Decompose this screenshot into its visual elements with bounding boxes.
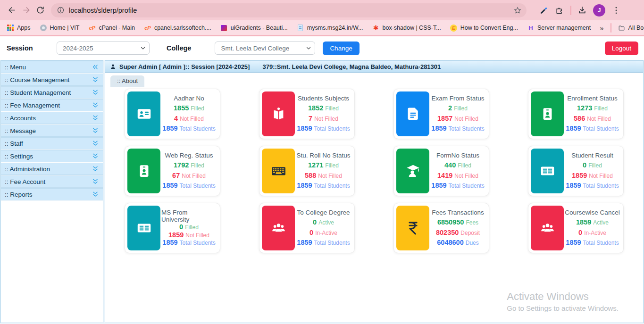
sidebar-item-course-management[interactable]: :: Course Management	[1, 74, 103, 86]
double-chevron-down-icon	[92, 89, 99, 96]
downloads-icon[interactable]	[577, 6, 587, 15]
double-chevron-down-icon	[92, 115, 99, 121]
stat-not-filled: 7Not Filled	[309, 115, 338, 122]
content-panel: Super Admin [ Admin ]:: Session [2024-20…	[105, 60, 644, 323]
bookmark-home-vit[interactable]: Home | VIT	[40, 24, 80, 32]
stat-filled: 1855Filled	[174, 104, 204, 112]
sidebar-item-label: :: Course Management	[5, 76, 69, 83]
collapse-chevrons-icon	[92, 64, 99, 70]
change-button[interactable]: Change	[323, 42, 359, 55]
bookmark-cpanel-main[interactable]: cP cPanel - Main	[88, 24, 134, 32]
stat-total: 1859Total Students	[566, 125, 619, 132]
bookmark-label: Server management	[537, 25, 591, 31]
stat-inactive: 0In-Active	[578, 229, 606, 236]
bookmark-uigradients[interactable]: uiGradients - Beauti...	[220, 24, 288, 32]
double-chevron-down-icon	[92, 140, 99, 147]
bookmark-label: cpanel.sarlssoftech....	[154, 25, 211, 31]
card-title: Exam From Status	[432, 95, 485, 102]
stat-card-students-subjects: Students Subjects 1852Filled 7Not Filled…	[259, 89, 355, 139]
sidebar-item-label: :: Staff	[5, 140, 23, 147]
graduate-icon	[396, 149, 429, 193]
stat-card-exam-from-status: Exam From Status 2Filled 1857Not Filled …	[393, 89, 489, 139]
sidebar-item-label: :: Administration	[5, 166, 50, 173]
card-title: Stu. Roll No Status	[296, 152, 350, 159]
bookmark-how-to-convert[interactable]: E How to Convert Eng...	[450, 24, 518, 32]
back-icon[interactable]	[5, 3, 19, 17]
stat-filled: 0Filled	[179, 223, 199, 231]
sidebar-item-administration[interactable]: :: Administration	[1, 163, 103, 175]
bookmark-apps[interactable]: Apps	[7, 24, 31, 32]
college-label: College	[167, 44, 191, 52]
stat-inactive: 0In-Active	[309, 229, 337, 236]
bookmark-cpanel-sarlssoftech[interactable]: cP cpanel.sarlssoftech....	[144, 24, 211, 32]
bookmarks-divider	[611, 23, 611, 33]
site-info-icon[interactable]	[57, 6, 65, 14]
sidebar-item-student-management[interactable]: :: Student Management	[1, 86, 103, 99]
bookmark-box-shadow[interactable]: ✱ box-shadow | CSS-T...	[372, 24, 441, 32]
stat-total: 1859Total Students	[297, 125, 350, 132]
stat-not-filled: 586Not Filled	[574, 115, 611, 122]
bookmark-label: Apps	[17, 25, 31, 31]
logout-button[interactable]: Logout	[605, 42, 638, 55]
stat-fees: 6850950Fees	[437, 218, 478, 226]
stat-not-filled: 1859Not Filled	[168, 231, 209, 239]
profile-avatar[interactable]: J	[593, 4, 605, 17]
bookmarks-overflow-icon[interactable]: »	[600, 24, 603, 32]
cpanel-favicon: cP	[144, 24, 151, 32]
session-label: Session	[7, 44, 57, 52]
envato-favicon: E	[450, 24, 458, 32]
stat-not-filled: 1857Not Filled	[437, 115, 478, 122]
tab-about[interactable]: :: About	[110, 75, 144, 87]
stat-not-filled: 1859Not Filled	[572, 172, 613, 179]
reload-icon[interactable]	[33, 3, 47, 17]
stat-dues: 6048600Dues	[437, 239, 478, 246]
stat-card-ms-from-university: MS From University 0Filled 1859Not Fille…	[125, 203, 220, 253]
address-bar[interactable]: localhost/slderp/profile	[51, 3, 527, 17]
sidebar-item-accounts[interactable]: :: Accounts	[1, 112, 103, 124]
forward-icon[interactable]	[19, 3, 33, 17]
bookmark-server-management[interactable]: H Server management	[527, 24, 591, 32]
college-select[interactable]: Smt. Leela Devi College	[215, 42, 315, 55]
watermark-title: Activate Windows	[507, 291, 619, 303]
sidebar: :: Menu :: Course Management :: Student …	[0, 60, 103, 323]
url-text[interactable]: localhost/slderp/profile	[69, 7, 509, 14]
session-select[interactable]: 2024-2025	[57, 42, 150, 55]
sidebar-item-fee-management[interactable]: :: Fee Management	[1, 99, 103, 111]
card-title: Students Subjects	[298, 95, 349, 102]
eyedropper-icon[interactable]	[539, 6, 549, 15]
sidebar-item-message[interactable]: :: Message	[1, 125, 103, 137]
rupee-icon	[396, 206, 429, 250]
browser-toolbar: localhost/slderp/profile J	[0, 0, 644, 20]
newspaper-icon	[127, 206, 160, 250]
watermark-subtitle: Go to Settings to activate Windows.	[507, 304, 619, 312]
sidebar-menu-header[interactable]: :: Menu	[1, 61, 103, 73]
all-bookmarks-button[interactable]: All Bookmarks	[618, 24, 644, 32]
tab-strip: :: About	[105, 73, 643, 86]
bookmark-mysms[interactable]: mysms.msg24.in/W...	[297, 24, 363, 32]
stat-not-filled: 1419Not Filled	[437, 172, 478, 179]
college-info-text: 379::Smt. Leela Devi College, Magna Bald…	[262, 63, 441, 70]
stat-total: 1859Total Students	[431, 125, 484, 132]
stat-card-enrollment-status: Enrollment Status 1273Filled 586Not Fill…	[528, 89, 624, 139]
sidebar-item-fee-account[interactable]: :: Fee Account	[1, 175, 103, 188]
toolbar-divider	[570, 6, 571, 15]
extensions-icon[interactable]	[555, 6, 564, 15]
keyboard-icon	[262, 149, 295, 193]
user-info-text: Super Admin [ Admin ]:: Session [2024-20…	[119, 63, 250, 70]
card-title: Web Reg. Status	[165, 152, 213, 159]
stat-total: 1859Total Students	[297, 182, 350, 189]
bookmark-star-icon[interactable]	[513, 6, 522, 15]
sidebar-item-staff[interactable]: :: Staff	[1, 137, 103, 150]
stat-active: 1859Active	[576, 218, 609, 226]
menu-dots-icon[interactable]	[611, 6, 621, 15]
cpanel-favicon: cP	[88, 24, 96, 32]
sidebar-item-settings[interactable]: :: Settings	[1, 150, 103, 162]
stat-filled: 0Filled	[583, 161, 602, 169]
stat-filled: 1271Filled	[308, 161, 339, 169]
bookmark-label: How to Convert Eng...	[460, 25, 518, 31]
main-area: :: Menu :: Course Management :: Student …	[0, 60, 644, 324]
stat-card-aadhar-no: Aadhar No 1855Filled 4Not Filled 1859Tot…	[125, 89, 220, 139]
stat-total: 1859Total Students	[297, 239, 350, 246]
stat-not-filled: 67Not Filled	[172, 172, 206, 179]
sidebar-item-reports[interactable]: :: Reports	[1, 188, 103, 200]
